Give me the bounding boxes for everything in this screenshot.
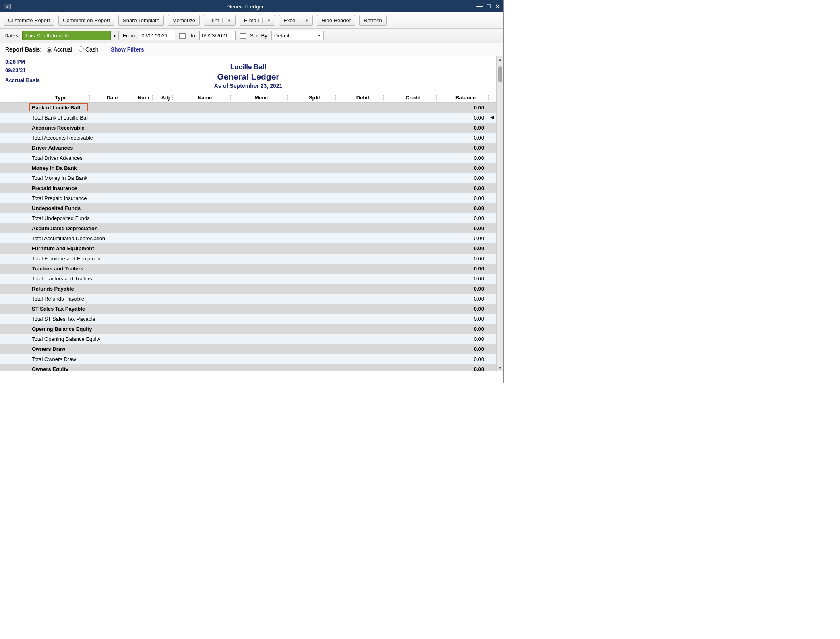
window-title: General Ledger (14, 4, 476, 10)
date-range-dropdown[interactable]: This Month-to-date (22, 31, 111, 40)
table-row[interactable]: Total Owners Draw0.00 (0, 354, 496, 364)
row-balance: 0.00 (436, 195, 496, 201)
row-label: Total Accounts Receivable (0, 135, 436, 141)
table-row[interactable]: Bank of Lucille Ball0.00 (0, 103, 496, 113)
table-row[interactable]: Total Opening Balance Equity0.00 (0, 334, 496, 344)
refresh-button[interactable]: Refresh (359, 15, 387, 26)
row-balance: 0.00 (436, 125, 496, 131)
col-date[interactable]: Date (93, 95, 131, 101)
table-row[interactable]: Owners Draw0.00 (0, 344, 496, 354)
close-button[interactable]: ✕ (495, 3, 500, 10)
col-credit[interactable]: Credit (387, 95, 439, 101)
sort-by-dropdown[interactable]: Default▼ (271, 31, 324, 40)
table-row[interactable]: Refunds Payable0.00 (0, 284, 496, 294)
chevron-down-icon[interactable]: ▼ (228, 19, 231, 23)
col-split[interactable]: Split (290, 95, 339, 101)
minimize-button[interactable]: — (476, 3, 483, 10)
row-balance: 0.00 (436, 276, 496, 282)
maximize-button[interactable]: □ (487, 3, 491, 10)
scroll-thumb[interactable] (498, 66, 502, 82)
basis-label: Report Basis: (5, 46, 42, 53)
comment-on-report-button[interactable]: Comment on Report (58, 15, 114, 26)
row-balance: 0.00 (436, 235, 496, 241)
row-balance: 0.00 (436, 356, 496, 362)
row-balance: 0.00 (436, 185, 496, 191)
table-row[interactable]: Accumulated Depreciation0.00 (0, 223, 496, 233)
print-button[interactable]: Print▼ (204, 15, 236, 26)
row-balance: 0.00 (436, 256, 496, 262)
column-headers: Type Date Num Adj Name Memo Split Debit … (0, 93, 496, 103)
table-row[interactable]: Total Prepaid Insurance0.00 (0, 193, 496, 203)
row-label: Undeposited Funds (0, 205, 436, 211)
table-row[interactable]: Total Undeposited Funds0.00 (0, 213, 496, 223)
row-label: Total Tractors and Trailers (0, 276, 436, 282)
share-template-button[interactable]: Share Template (118, 15, 164, 26)
row-label: Refunds Payable (0, 286, 436, 292)
table-row[interactable]: Total Refunds Payable0.00 (0, 294, 496, 304)
chevron-down-icon[interactable]: ▼ (305, 19, 308, 23)
table-row[interactable]: Furniture and Equipment0.00 (0, 243, 496, 254)
table-row[interactable]: Total ST Sales Tax Payable0.00 (0, 314, 496, 324)
table-row[interactable]: Prepaid Insurance0.00 (0, 183, 496, 193)
row-balance: 0.00 (436, 326, 496, 332)
row-label: Driver Advances (0, 145, 436, 151)
row-balance: 0.00 (436, 105, 496, 111)
table-row[interactable]: Driver Advances0.00 (0, 143, 496, 153)
show-filters-link[interactable]: Show Filters (111, 46, 144, 53)
row-label: ST Sales Tax Payable (0, 306, 436, 312)
email-button[interactable]: E-mail▼ (240, 15, 275, 26)
table-row[interactable]: Total Driver Advances0.00 (0, 153, 496, 163)
table-row[interactable]: Total Money In Da Bank0.00 (0, 173, 496, 183)
scroll-down-icon[interactable]: ▼ (498, 365, 502, 370)
col-debit[interactable]: Debit (339, 95, 387, 101)
calendar-icon[interactable] (179, 33, 186, 39)
chevron-down-icon[interactable]: ▼ (267, 19, 271, 23)
col-memo[interactable]: Memo (234, 95, 290, 101)
row-label: Total Undeposited Funds (0, 215, 436, 221)
table-row[interactable]: Accounts Receivable0.00 (0, 123, 496, 133)
accrual-radio[interactable] (47, 47, 52, 53)
table-row[interactable]: ST Sales Tax Payable0.00 (0, 304, 496, 314)
chevron-down-icon[interactable]: ▼ (111, 31, 119, 40)
company-name: Lucille Ball (0, 63, 496, 71)
table-row[interactable]: Total Accumulated Depreciation0.00 (0, 233, 496, 243)
excel-button[interactable]: Excel▼ (279, 15, 313, 26)
row-balance: 0.00 (436, 225, 496, 231)
row-balance: 0.00 (436, 266, 496, 272)
accrual-radio-label: Accrual (54, 46, 72, 53)
table-row[interactable]: Owners Equity0.00 (0, 364, 496, 371)
col-name[interactable]: Name (176, 95, 234, 101)
scroll-up-icon[interactable]: ▲ (498, 57, 502, 62)
col-num[interactable]: Num (131, 95, 155, 101)
table-row[interactable]: Total Furniture and Equipment0.00 (0, 254, 496, 264)
row-label: Total Prepaid Insurance (0, 195, 436, 201)
cash-radio[interactable] (79, 46, 84, 52)
col-adj[interactable]: Adj (155, 95, 176, 101)
to-date-input[interactable] (199, 31, 236, 40)
memorize-button[interactable]: Memorize (168, 15, 200, 26)
vertical-scrollbar[interactable]: ▲ ▼ (496, 56, 503, 371)
table-row[interactable]: Tractors and Trailers0.00 (0, 264, 496, 274)
col-type[interactable]: Type (29, 95, 93, 101)
dates-label: Dates (4, 33, 18, 39)
customize-report-button[interactable]: Customize Report (4, 15, 54, 26)
row-balance: 0.00 (436, 175, 496, 181)
expand-icon[interactable]: ⇲ (4, 4, 11, 9)
from-date-input[interactable] (139, 31, 175, 40)
col-balance[interactable]: Balance (439, 95, 492, 101)
row-label: Tractors and Trailers (0, 266, 436, 272)
row-end-arrow-icon: ◀ (490, 115, 494, 120)
table-row[interactable]: Total Bank of Lucille Ball0.00◀ (0, 113, 496, 123)
table-row[interactable]: Total Accounts Receivable0.00 (0, 133, 496, 143)
hide-header-button[interactable]: Hide Header (317, 15, 355, 26)
row-label: Total Bank of Lucille Ball (0, 115, 436, 121)
table-row[interactable]: Undeposited Funds0.00 (0, 203, 496, 213)
row-balance: 0.00 (436, 115, 496, 121)
table-row[interactable]: Total Tractors and Trailers0.00 (0, 274, 496, 284)
table-row[interactable]: Opening Balance Equity0.00 (0, 324, 496, 334)
window-titlebar: ⇲ General Ledger — □ ✕ (0, 0, 503, 12)
table-row[interactable]: Money In Da Bank0.00 (0, 163, 496, 173)
row-label: Furniture and Equipment (0, 245, 436, 251)
calendar-icon[interactable] (240, 33, 246, 39)
row-label: Bank of Lucille Ball (0, 105, 436, 111)
